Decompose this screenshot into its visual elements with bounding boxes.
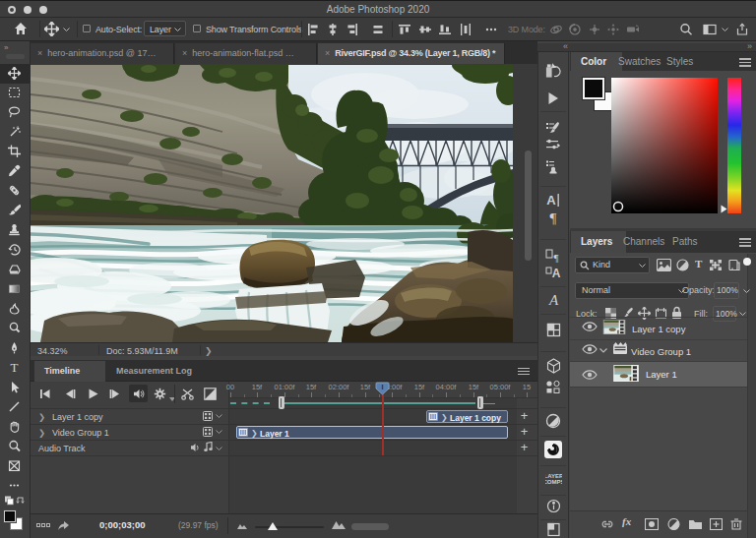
svg-text:A: A <box>552 267 561 279</box>
svg-text:COMPS: COMPS <box>545 479 562 485</box>
svg-text:A: A <box>548 292 559 308</box>
svg-text:T: T <box>11 361 19 374</box>
svg-text:¶: ¶ <box>554 252 559 263</box>
svg-text:A: A <box>546 193 556 208</box>
svg-text:¶: ¶ <box>550 210 557 225</box>
